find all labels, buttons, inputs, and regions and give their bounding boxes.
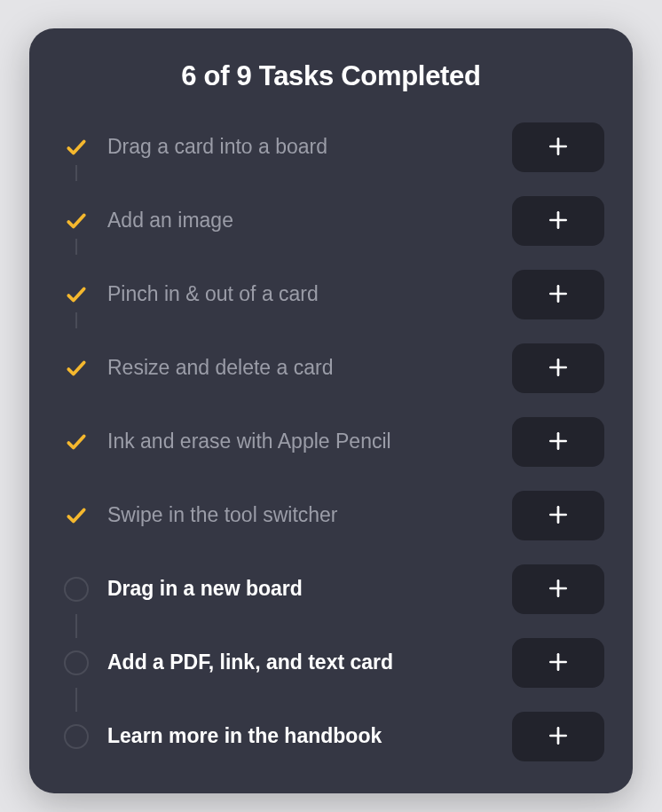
task-label: Resize and delete a card <box>95 355 512 382</box>
connector-line <box>75 614 77 638</box>
check-icon <box>64 356 89 381</box>
expand-button[interactable] <box>512 564 604 614</box>
check-icon <box>64 430 89 454</box>
task-label: Pinch in & out of a card <box>95 281 512 308</box>
expand-button[interactable] <box>512 712 604 761</box>
expand-button[interactable] <box>512 491 604 540</box>
circle-icon <box>64 650 89 675</box>
connector-line <box>75 165 77 181</box>
tasks-card: 6 of 9 Tasks Completed Drag a card into … <box>29 28 633 793</box>
task-label: Ink and erase with Apple Pencil <box>95 429 512 455</box>
plus-icon <box>547 650 570 676</box>
plus-icon <box>547 135 570 161</box>
task-status <box>58 564 95 614</box>
expand-button[interactable] <box>512 270 604 319</box>
task-label: Add an image <box>95 208 512 234</box>
check-icon <box>64 135 89 160</box>
plus-icon <box>547 430 570 455</box>
plus-icon <box>547 724 570 750</box>
plus-icon <box>547 282 570 308</box>
plus-icon <box>547 503 570 529</box>
task-label: Drag in a new board <box>95 576 512 603</box>
task-label: Swipe in the tool switcher <box>95 502 512 529</box>
task-label: Add a PDF, link, and text card <box>95 650 512 676</box>
task-row: Resize and delete a card <box>58 343 604 393</box>
task-row: Ink and erase with Apple Pencil <box>58 417 604 467</box>
task-label: Learn more in the handbook <box>95 723 512 750</box>
task-row: Pinch in & out of a card <box>58 270 604 319</box>
check-icon <box>64 282 89 307</box>
task-status <box>58 417 95 467</box>
connector-line <box>75 239 77 255</box>
expand-button[interactable] <box>512 638 604 688</box>
task-status <box>58 196 95 246</box>
task-row: Swipe in the tool switcher <box>58 491 604 540</box>
task-status <box>58 122 95 172</box>
plus-icon <box>547 356 570 382</box>
task-label: Drag a card into a board <box>95 134 512 161</box>
task-status <box>58 712 95 761</box>
task-status <box>58 270 95 319</box>
expand-button[interactable] <box>512 122 604 172</box>
task-row: Drag in a new board <box>58 564 604 614</box>
task-status <box>58 343 95 393</box>
task-status <box>58 491 95 540</box>
task-row: Learn more in the handbook <box>58 712 604 761</box>
connector-line <box>75 312 77 328</box>
task-status <box>58 638 95 688</box>
task-row: Add an image <box>58 196 604 246</box>
check-icon <box>64 209 89 233</box>
connector-line <box>75 688 77 712</box>
plus-icon <box>547 209 570 234</box>
task-row: Add a PDF, link, and text card <box>58 638 604 688</box>
expand-button[interactable] <box>512 417 604 467</box>
expand-button[interactable] <box>512 196 604 246</box>
check-icon <box>64 503 89 528</box>
task-row: Drag a card into a board <box>58 122 604 172</box>
tasks-title: 6 of 9 Tasks Completed <box>58 60 604 92</box>
expand-button[interactable] <box>512 343 604 393</box>
task-list: Drag a card into a board Add an image <box>58 122 604 761</box>
plus-icon <box>547 577 570 603</box>
circle-icon <box>64 724 89 749</box>
circle-icon <box>64 577 89 602</box>
